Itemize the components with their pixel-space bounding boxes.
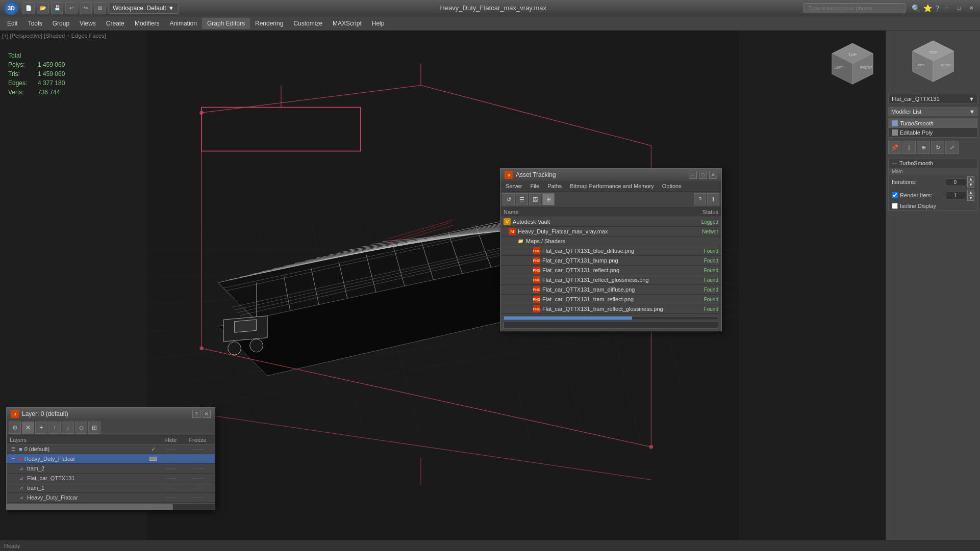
- at-image-btn[interactable]: 🖼: [529, 193, 541, 205]
- panel-move-icon[interactable]: ⊕: [917, 141, 930, 154]
- at-grid-btn[interactable]: ⊞: [542, 193, 555, 205]
- ts-render-iters-down[interactable]: ▼: [967, 195, 974, 201]
- object-name-bar: Flat_car_QTTX131 ▼: [888, 94, 978, 104]
- at-maxfile-label: Heavy_Duty_Flatcar_max_vray.max: [518, 228, 608, 234]
- modifier-turbosmooth[interactable]: TurboSmooth: [889, 119, 977, 128]
- ts-iterations-input[interactable]: [946, 178, 966, 186]
- modifier-list-arrow: ▼: [969, 109, 975, 115]
- at-menu-file[interactable]: File: [527, 182, 542, 190]
- at-list-btn[interactable]: ☰: [516, 193, 528, 205]
- menu-customize[interactable]: Customize: [288, 18, 328, 29]
- layer-scroll-thumb[interactable]: [7, 504, 173, 510]
- ts-iterations-up[interactable]: ▲: [967, 176, 974, 182]
- at-menu-server[interactable]: Server: [502, 182, 525, 190]
- layer-help-btn[interactable]: ?: [192, 410, 200, 418]
- minimize-btn[interactable]: ─: [942, 4, 951, 13]
- object-name-text: Flat_car_QTTX131: [892, 96, 940, 102]
- bookmark-icon[interactable]: ⭐: [923, 4, 932, 12]
- menu-modifiers[interactable]: Modifiers: [130, 18, 165, 29]
- layer-row-tram2[interactable]: ⊿ tram_2 ― ― ― ―: [7, 464, 215, 474]
- viewport[interactable]: [+] [Perspective] [Shaded + Edged Faces]…: [0, 31, 886, 551]
- layer-settings-btn[interactable]: ⚙: [9, 422, 21, 434]
- at-info-btn[interactable]: ℹ: [707, 193, 719, 205]
- at-menu-options[interactable]: Options: [659, 182, 685, 190]
- reference-btn[interactable]: ⊞: [94, 2, 106, 14]
- at-help-btn[interactable]: ?: [694, 193, 706, 205]
- at-reload-btn[interactable]: ↺: [502, 193, 515, 205]
- layer-row-flatcar[interactable]: ⊿ Flat_car_QTTX131 ― ― ― ―: [7, 474, 215, 483]
- at-row-png5[interactable]: PNG Flat_car_QTTX131_tram_diffuse.png Fo…: [500, 285, 721, 295]
- at-row-png2[interactable]: PNG Flat_car_QTTX131_bump.png Found: [500, 256, 721, 266]
- at-row-vault[interactable]: V Autodesk Vault Logged: [500, 217, 721, 227]
- status-bar: Ready: [0, 540, 980, 551]
- polys-value: 1 459 060: [38, 60, 65, 69]
- at-restore-btn[interactable]: □: [699, 171, 707, 179]
- new-file-btn[interactable]: 📄: [22, 2, 35, 14]
- at-minimize-btn[interactable]: ─: [689, 171, 697, 179]
- menu-maxscript[interactable]: MAXScript: [328, 18, 367, 29]
- menu-help[interactable]: Help: [367, 18, 390, 29]
- at-menu-bitmap[interactable]: Bitmap Performance and Memory: [567, 182, 657, 190]
- ts-render-iters-input[interactable]: [946, 192, 966, 199]
- ts-iterations-label: Iterations:: [892, 179, 916, 185]
- modifier-list-header[interactable]: Modifier List ▼: [888, 107, 978, 116]
- menu-animation[interactable]: Animation: [165, 18, 202, 29]
- search-input[interactable]: [803, 3, 906, 13]
- at-row-png3[interactable]: PNG Flat_car_QTTX131_reflect.png Found: [500, 266, 721, 275]
- ts-iterations-down[interactable]: ▼: [967, 182, 974, 188]
- close-btn[interactable]: ✕: [967, 4, 976, 13]
- layer-row-heavy-duty[interactable]: ☰ ■ Heavy_Duty_Flatcar ― ― ― ―: [7, 454, 215, 464]
- panel-pin-icon[interactable]: 📌: [888, 141, 901, 154]
- menu-bar: Edit Tools Group Views Create Modifiers …: [0, 16, 980, 31]
- view-cube[interactable]: TOP LEFT FRONT: [908, 36, 959, 87]
- at-row-png4[interactable]: PNG Flat_car_QTTX131_reflect_glossiness.…: [500, 275, 721, 285]
- redo-btn[interactable]: ↪: [80, 2, 92, 14]
- at-row-maxfile[interactable]: M Heavy_Duty_Flatcar_max_vray.max Networ: [500, 227, 721, 237]
- layer-add-btn[interactable]: +: [35, 422, 47, 434]
- layer-move-down-btn[interactable]: ↓: [62, 422, 74, 434]
- layer-heavy-duty-freeze: ― ―: [184, 456, 212, 461]
- layer-scrollbar[interactable]: [7, 504, 215, 510]
- panel-scale-icon[interactable]: ⤢: [945, 141, 959, 154]
- menu-group[interactable]: Group: [47, 18, 74, 29]
- panel-rotate-icon[interactable]: ↻: [931, 141, 944, 154]
- layer-extra-btn[interactable]: ⊞: [88, 422, 100, 434]
- at-png1-name: PNG Flat_car_QTTX131_blue_diffuse.png: [517, 247, 683, 254]
- menu-views[interactable]: Views: [74, 18, 101, 29]
- menu-edit[interactable]: Edit: [2, 18, 23, 29]
- workspace-dropdown[interactable]: Workspace: Default ▼: [108, 3, 179, 14]
- layer-row-default[interactable]: ☰ ■ 0 (default) ✓ ― ― ― ―: [7, 444, 215, 454]
- menu-rendering[interactable]: Rendering: [250, 18, 288, 29]
- ts-render-iters-up[interactable]: ▲: [967, 190, 974, 195]
- layer-tram2-label: tram_2: [27, 465, 44, 471]
- at-row-maps[interactable]: 📁 Maps / Shaders: [500, 237, 721, 246]
- modifier-editable-poly[interactable]: Editable Poly: [889, 128, 977, 137]
- search-icon[interactable]: 🔍: [912, 4, 920, 12]
- at-png6-label: Flat_car_QTTX131_tram_reflect.png: [542, 296, 634, 302]
- main-area: [+] [Perspective] [Shaded + Edged Faces]…: [0, 31, 980, 551]
- navigation-cube[interactable]: TOP LEFT FRONT: [824, 36, 881, 92]
- undo-btn[interactable]: ↩: [65, 2, 78, 14]
- menu-graph-editors[interactable]: Graph Editors: [202, 18, 250, 29]
- layer-move-up-btn[interactable]: ↑: [48, 422, 61, 434]
- layer-row-heavy-duty-obj[interactable]: ⊿ Heavy_Duty_Flatcar ― ― ― ―: [7, 493, 215, 503]
- menu-tools[interactable]: Tools: [23, 18, 47, 29]
- layer-select-btn[interactable]: ◇: [75, 422, 87, 434]
- help-icon[interactable]: ?: [935, 4, 939, 12]
- open-file-btn[interactable]: 📂: [37, 2, 49, 14]
- ts-isoline-checkbox[interactable]: [892, 203, 898, 209]
- at-row-png6[interactable]: PNG Flat_car_QTTX131_tram_reflect.png Fo…: [500, 295, 721, 304]
- save-file-btn[interactable]: 💾: [51, 2, 63, 14]
- at-close-btn[interactable]: ✕: [709, 171, 717, 179]
- menu-create[interactable]: Create: [101, 18, 130, 29]
- panel-cursor-icon[interactable]: |: [902, 141, 916, 154]
- layer-default-hide-dash: ― ―: [166, 447, 177, 452]
- maximize-btn[interactable]: □: [954, 4, 964, 13]
- layer-close-btn[interactable]: ✕: [203, 410, 211, 418]
- layer-delete-btn[interactable]: ✕: [22, 422, 34, 434]
- at-menu-paths[interactable]: Paths: [544, 182, 565, 190]
- at-row-png1[interactable]: PNG Flat_car_QTTX131_blue_diffuse.png Fo…: [500, 246, 721, 256]
- at-row-png7[interactable]: PNG Flat_car_QTTX131_tram_reflect_glossi…: [500, 304, 721, 314]
- layer-row-tram1[interactable]: ⊿ tram_1 ― ― ― ―: [7, 483, 215, 493]
- ts-render-iters-checkbox[interactable]: [892, 192, 898, 198]
